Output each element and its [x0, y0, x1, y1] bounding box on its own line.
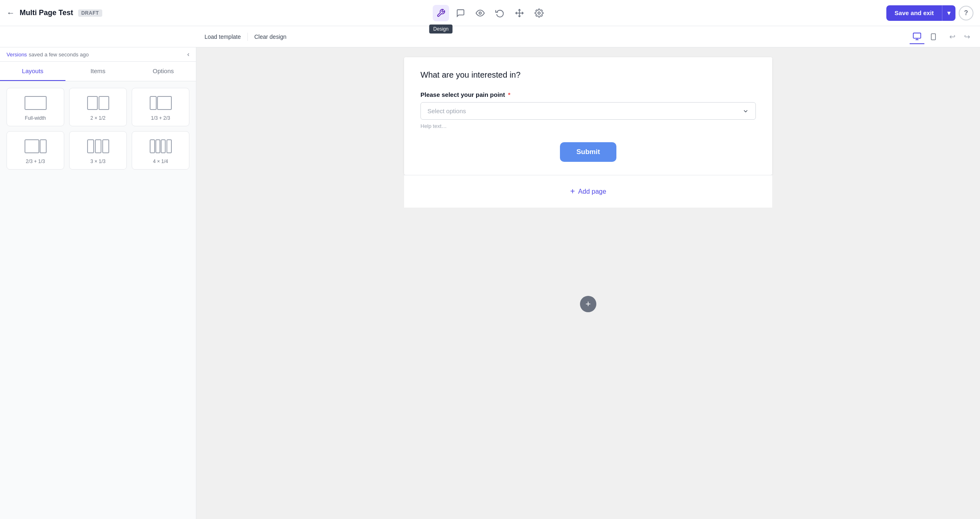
undo-redo-group: ↩ ↪	[946, 30, 973, 43]
form-label: Please select your pain point *	[420, 91, 756, 98]
layout-icon-half-half	[86, 95, 110, 111]
toolbar-divider	[247, 33, 248, 41]
secondary-toolbar: Load template Clear design ↩ ↪	[0, 26, 980, 47]
submit-button[interactable]: Submit	[560, 142, 616, 162]
svg-point-0	[479, 12, 481, 14]
help-button[interactable]: ?	[959, 6, 973, 20]
versions-link[interactable]: Versions	[7, 51, 27, 58]
svg-rect-16	[88, 140, 94, 153]
design-icon-button[interactable]: Design	[433, 5, 449, 21]
layout-label-two-third-third: 2/3 + 1/3	[26, 159, 45, 164]
layout-icon-quarters	[148, 138, 173, 154]
svg-rect-17	[95, 140, 101, 153]
panel-content: Full-width 2 × 1/2	[0, 81, 196, 519]
form-section: Please select your pain point * Select o…	[420, 91, 756, 129]
layout-icon-thirds	[86, 138, 110, 154]
layout-label-thirds: 3 × 1/3	[90, 159, 106, 164]
layout-card-thirds[interactable]: 3 × 1/3	[69, 131, 127, 170]
collapse-panel-button[interactable]: ‹	[187, 51, 189, 58]
svg-rect-13	[157, 96, 171, 110]
nav-right: Save and exit ▾ ?	[490, 5, 973, 21]
redo-button[interactable]: ↪	[960, 30, 973, 43]
versions-text: saved a few seconds ago	[29, 51, 89, 58]
add-page-plus-icon: +	[570, 187, 575, 196]
svg-rect-10	[88, 96, 97, 110]
main-layout: Versions saved a few seconds ago ‹ Layou…	[0, 47, 980, 519]
select-chevron-icon	[742, 108, 749, 114]
layout-icon-two-third-third	[23, 138, 48, 154]
select-placeholder: Select options	[427, 107, 466, 114]
page-title: Multi Page Test	[20, 9, 73, 17]
select-input[interactable]: Select options	[420, 102, 756, 120]
layout-card-half-half[interactable]: 2 × 1/2	[69, 88, 127, 126]
tab-options[interactable]: Options	[130, 62, 196, 81]
add-page-label: Add page	[578, 188, 607, 195]
left-panel: Versions saved a few seconds ago ‹ Layou…	[0, 47, 196, 519]
svg-rect-19	[150, 140, 155, 153]
canvas-page: What are you interested in? Please selec…	[404, 57, 772, 175]
svg-rect-18	[103, 140, 109, 153]
layout-icon-full-width	[23, 95, 48, 111]
bottom-add-button[interactable]: +	[580, 296, 596, 312]
load-template-button[interactable]: Load template	[205, 34, 241, 40]
layout-label-quarters: 4 × 1/4	[153, 159, 168, 164]
draft-badge: DRAFT	[78, 9, 102, 17]
layout-card-third-two-third[interactable]: 1/3 + 2/3	[132, 88, 189, 126]
save-exit-label: Save and exit	[886, 5, 942, 20]
svg-rect-21	[161, 140, 165, 153]
submit-container: Submit	[420, 142, 756, 162]
toolbar-right: ↩ ↪	[910, 29, 973, 44]
preview-icon-button[interactable]	[472, 5, 488, 21]
layout-label-full-width: Full-width	[25, 115, 46, 121]
canvas-area: What are you interested in? Please selec…	[196, 47, 980, 519]
extra-canvas-space	[196, 208, 980, 289]
layout-card-quarters[interactable]: 4 × 1/4	[132, 131, 189, 170]
versions-bar: Versions saved a few seconds ago ‹	[0, 47, 196, 62]
layout-label-third-two-third: 1/3 + 2/3	[151, 115, 170, 121]
add-page-button[interactable]: + Add page	[570, 187, 606, 196]
svg-rect-12	[150, 96, 156, 110]
add-page-area: + Add page	[404, 175, 772, 208]
nav-center-icons: Design	[433, 5, 547, 21]
layout-label-half-half: 2 × 1/2	[90, 115, 106, 121]
back-button[interactable]: ←	[7, 8, 15, 18]
clear-design-button[interactable]: Clear design	[254, 34, 287, 40]
layout-card-full-width[interactable]: Full-width	[7, 88, 64, 126]
undo-button[interactable]: ↩	[946, 30, 959, 43]
nav-left: ← Multi Page Test DRAFT	[7, 8, 490, 18]
move-icon-button[interactable]	[511, 5, 528, 21]
svg-rect-4	[913, 33, 921, 38]
svg-rect-11	[99, 96, 109, 110]
top-navbar: ← Multi Page Test DRAFT Design	[0, 0, 980, 26]
layout-icon-third-two-third	[148, 95, 173, 111]
svg-rect-15	[40, 140, 46, 153]
help-text: Help text…	[420, 123, 756, 129]
svg-rect-20	[156, 140, 160, 153]
tab-items[interactable]: Items	[65, 62, 131, 81]
svg-rect-9	[25, 96, 46, 110]
required-star: *	[508, 91, 510, 98]
layout-card-two-third-third[interactable]: 2/3 + 1/3	[7, 131, 64, 170]
svg-rect-22	[167, 140, 171, 153]
svg-point-3	[538, 12, 540, 14]
mobile-view-button[interactable]	[926, 29, 941, 44]
svg-rect-14	[25, 140, 39, 153]
chat-icon-button[interactable]	[452, 5, 469, 21]
tab-layouts[interactable]: Layouts	[0, 62, 65, 81]
history-icon-button[interactable]	[492, 5, 508, 21]
save-exit-button[interactable]: Save and exit ▾	[886, 5, 955, 21]
save-exit-chevron-icon[interactable]: ▾	[942, 5, 955, 21]
layout-grid: Full-width 2 × 1/2	[7, 88, 189, 170]
settings-icon-button[interactable]	[531, 5, 547, 21]
desktop-view-button[interactable]	[910, 29, 924, 44]
page-question: What are you interested in?	[420, 70, 756, 80]
panel-tabs: Layouts Items Options	[0, 62, 196, 81]
